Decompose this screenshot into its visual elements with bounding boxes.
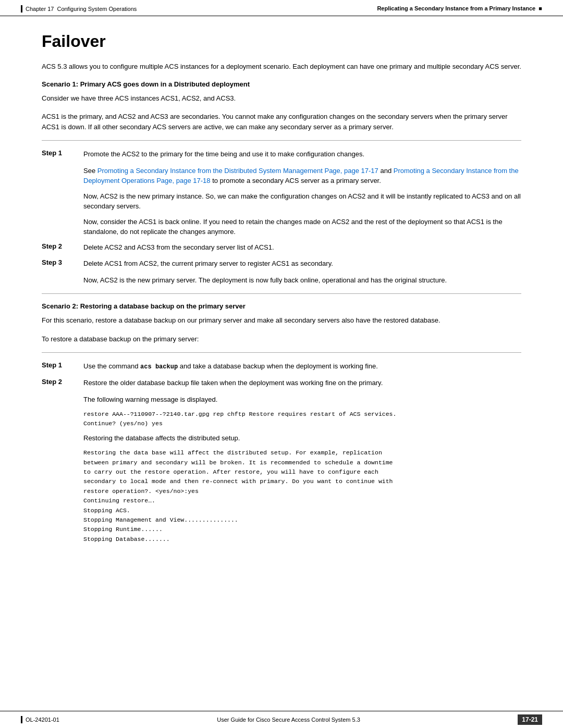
step1-links-para: See Promoting a Secondary Instance from … bbox=[83, 166, 521, 186]
step2-content: Delete ACS2 and ACS3 from the secondary … bbox=[83, 242, 521, 253]
page-footer: OL-24201-01 User Guide for Cisco Secure … bbox=[0, 711, 563, 728]
scenario1-body4: Now, ACS2 is the new primary server. The… bbox=[83, 275, 521, 286]
step1-row: Step 1 Promote the ACS2 to the primary f… bbox=[42, 149, 521, 159]
step2-row: Step 2 Delete ACS2 and ACS3 from the sec… bbox=[42, 242, 521, 253]
scenario1-body1: ACS1 is the primary, and ACS2 and ACS3 a… bbox=[42, 112, 521, 132]
intro-para: ACS 5.3 allows you to configure multiple… bbox=[42, 61, 521, 72]
footer-right-text: User Guide for Cisco Secure Access Contr… bbox=[217, 717, 360, 723]
scenario2-section: Scenario 2: Restoring a database backup … bbox=[42, 302, 521, 544]
footer-left-bar bbox=[21, 716, 22, 723]
scenario1-section: Scenario 1: Primary ACS goes down in a D… bbox=[42, 80, 521, 294]
chapter-label: Chapter 17 bbox=[26, 6, 54, 12]
scenario1-heading: Scenario 1: Primary ACS goes down in a D… bbox=[42, 80, 521, 88]
step3-content: Delete ACS1 from ACS2, the current prima… bbox=[83, 258, 521, 269]
warning-msg: The following warning message is display… bbox=[83, 394, 521, 405]
step2-label: Step 2 bbox=[42, 242, 83, 250]
footer-doc-id: OL-24201-01 bbox=[26, 717, 59, 723]
scenario1-intro: Consider we have three ACS instances ACS… bbox=[42, 93, 521, 104]
s2-step1-content: Use the command acs backup and take a da… bbox=[83, 361, 521, 372]
code-block1: restore AAA--?110907--?2140.tar.gpg rep … bbox=[83, 410, 521, 429]
s2-step2-label: Step 2 bbox=[42, 378, 83, 386]
step3-row: Step 3 Delete ACS1 from ACS2, the curren… bbox=[42, 258, 521, 269]
step3-text: Delete ACS1 from ACS2, the current prima… bbox=[83, 260, 333, 267]
step1-link-middle: and bbox=[378, 167, 394, 175]
step1-see: See bbox=[83, 167, 97, 175]
step1-label: Step 1 bbox=[42, 149, 83, 157]
step3-label: Step 3 bbox=[42, 258, 83, 266]
scenario1-body3: Now, consider the ACS1 is back online. I… bbox=[83, 217, 521, 237]
scenario2-intro: For this scenario, restore a database ba… bbox=[42, 315, 521, 326]
step1-text: Promote the ACS2 to the primary for the … bbox=[83, 150, 364, 158]
scenario1-body2: Now, ACS2 is the new primary instance. S… bbox=[83, 191, 521, 212]
step2-text: Delete ACS2 and ACS3 from the secondary … bbox=[83, 243, 274, 251]
s2-step1-text-pre: Use the command bbox=[83, 362, 140, 370]
s2-step2-row: Step 2 Restore the older database backup… bbox=[42, 378, 521, 388]
s2-step1-row: Step 1 Use the command acs backup and ta… bbox=[42, 361, 521, 372]
step1-link-suffix: to promote a secondary ACS server as a p… bbox=[211, 177, 381, 184]
chapter-title: Configuring System Operations bbox=[57, 6, 137, 12]
s2-step1-code: acs backup bbox=[140, 363, 178, 371]
footer-center: User Guide for Cisco Secure Access Contr… bbox=[217, 717, 360, 723]
page-title: Failover bbox=[42, 32, 521, 51]
code-block2: Restoring the data base will affect the … bbox=[83, 448, 521, 544]
header-right-text: Replicating a Secondary Instance from a … bbox=[377, 5, 535, 11]
divider1 bbox=[42, 140, 521, 141]
footer-left: OL-24201-01 bbox=[21, 716, 59, 723]
header-right: Replicating a Secondary Instance from a … bbox=[377, 5, 542, 11]
step1-link1[interactable]: Promoting a Secondary Instance from the … bbox=[97, 167, 378, 175]
header-left: Chapter 17 Configuring System Operations bbox=[21, 5, 137, 13]
scenario2-heading: Scenario 2: Restoring a database backup … bbox=[42, 302, 521, 310]
s2-step2-content: Restore the older database backup file t… bbox=[83, 378, 521, 388]
divider2 bbox=[42, 293, 521, 294]
step1-content: Promote the ACS2 to the primary for the … bbox=[83, 149, 521, 159]
page-number: 17-21 bbox=[518, 714, 542, 725]
main-content: Failover ACS 5.3 allows you to configure… bbox=[0, 16, 563, 581]
header-left-bar bbox=[21, 5, 22, 13]
scenario2-to-restore: To restore a database backup on the prim… bbox=[42, 334, 521, 344]
page-header: Chapter 17 Configuring System Operations… bbox=[0, 0, 563, 16]
divider3 bbox=[42, 352, 521, 353]
s2-step1-text-post: and take a database backup when the depl… bbox=[178, 362, 378, 370]
s2-step1-label: Step 1 bbox=[42, 361, 83, 369]
s2-step2-text: Restore the older database backup file t… bbox=[83, 379, 383, 387]
restoring-text: Restoring the database affects the distr… bbox=[83, 433, 521, 443]
